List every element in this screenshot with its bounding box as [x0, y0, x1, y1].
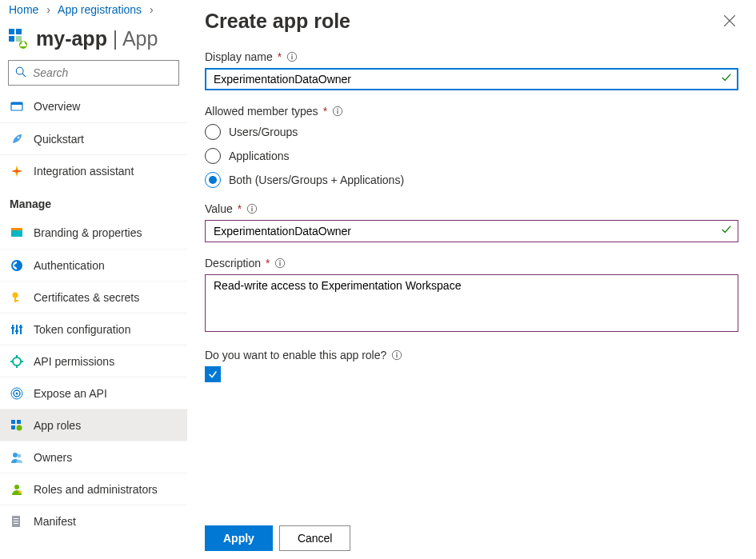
overview-icon	[10, 99, 24, 114]
cancel-button[interactable]: Cancel	[279, 525, 351, 551]
required-indicator: *	[238, 202, 242, 215]
valid-check-icon	[721, 72, 732, 86]
info-icon[interactable]	[274, 258, 286, 269]
svg-point-36	[13, 453, 18, 457]
svg-rect-48	[292, 56, 293, 59]
display-name-input[interactable]	[205, 68, 738, 90]
search-input[interactable]	[31, 66, 176, 80]
integration-assistant-icon	[10, 164, 24, 178]
nav-item-integration-assistant[interactable]: Integration assistant	[0, 154, 187, 186]
app-registration-icon	[9, 29, 30, 50]
chevron-right-icon: ›	[145, 3, 158, 16]
nav-item-branding[interactable]: Branding & properties	[0, 217, 187, 249]
svg-point-53	[251, 206, 253, 208]
expose-api-icon	[10, 386, 24, 401]
token-config-icon	[10, 322, 24, 337]
radio-label: Both (Users/Groups + Applications)	[229, 174, 404, 186]
enable-label: Do you want to enable this app role?	[205, 349, 386, 361]
nav-label: Certificates & secrets	[34, 291, 187, 304]
nav-item-roles-admins[interactable]: Roles and administrators	[0, 473, 187, 505]
nav-item-expose-api[interactable]: Expose an API	[0, 377, 187, 409]
breadcrumb-home[interactable]: Home	[9, 3, 38, 16]
create-app-role-panel: Create app role Display name * Allowed m…	[187, 0, 756, 559]
owners-icon	[10, 450, 24, 465]
required-indicator: *	[278, 50, 282, 63]
svg-rect-20	[20, 325, 22, 334]
svg-rect-0	[9, 29, 14, 34]
svg-rect-54	[252, 208, 253, 211]
apply-button[interactable]: Apply	[205, 525, 273, 551]
nav-label: Manifest	[34, 515, 187, 528]
svg-point-24	[13, 357, 21, 365]
svg-point-50	[337, 109, 338, 110]
chevron-right-icon: ›	[42, 3, 55, 16]
svg-rect-17	[14, 300, 18, 301]
radio-label: Applications	[229, 150, 290, 162]
svg-rect-42	[14, 521, 18, 521]
page-title-row: my-app | App	[0, 19, 187, 60]
svg-marker-14	[14, 263, 17, 268]
search-box[interactable]	[8, 60, 179, 86]
nav-item-owners[interactable]: Owners	[0, 441, 187, 473]
nav-label: Quickstart	[34, 133, 187, 146]
svg-rect-51	[337, 110, 338, 114]
nav-item-overview[interactable]: Overview	[0, 90, 187, 122]
svg-point-35	[17, 425, 22, 430]
nav-label: Authentication	[34, 259, 187, 272]
radio-icon	[205, 124, 221, 140]
description-input[interactable]	[205, 274, 738, 332]
info-icon[interactable]	[246, 203, 258, 214]
api-permissions-icon	[10, 354, 24, 369]
svg-line-7	[22, 74, 26, 77]
svg-rect-43	[14, 523, 18, 524]
svg-point-47	[291, 54, 293, 56]
app-roles-icon	[10, 418, 24, 433]
svg-rect-23	[19, 326, 22, 328]
info-icon[interactable]	[286, 51, 298, 62]
display-name-label: Display name	[205, 50, 273, 63]
breadcrumb: Home › App registrations ›	[0, 3, 187, 19]
svg-rect-3	[16, 36, 22, 42]
svg-rect-12	[11, 228, 22, 230]
nav-label: Branding & properties	[34, 226, 187, 239]
nav-label: API permissions	[34, 355, 187, 368]
nav-label: Expose an API	[34, 387, 187, 400]
authentication-icon	[10, 258, 24, 273]
svg-rect-9	[11, 102, 22, 105]
radio-label: Users/Groups	[229, 126, 298, 138]
nav-item-api-permissions[interactable]: API permissions	[0, 345, 187, 377]
svg-rect-11	[11, 230, 22, 237]
page-title: my-app | App	[36, 27, 158, 50]
svg-point-38	[14, 485, 19, 489]
svg-rect-33	[17, 420, 21, 424]
svg-rect-22	[15, 330, 18, 332]
radio-both[interactable]: Both (Users/Groups + Applications)	[205, 172, 738, 188]
nav-label: Roles and administrators	[34, 483, 187, 496]
certificates-icon	[10, 290, 24, 305]
breadcrumb-app-registrations[interactable]: App registrations	[58, 3, 142, 16]
nav-section-manage: Manage	[0, 186, 187, 217]
manifest-icon	[10, 514, 24, 529]
info-icon[interactable]	[332, 106, 343, 117]
radio-users-groups[interactable]: Users/Groups	[205, 124, 738, 140]
svg-rect-18	[12, 325, 14, 334]
svg-rect-60	[397, 354, 398, 357]
nav-item-certificates[interactable]: Certificates & secrets	[0, 281, 187, 313]
value-input[interactable]	[205, 220, 738, 242]
nav-item-quickstart[interactable]: Quickstart	[0, 122, 187, 154]
svg-rect-21	[11, 327, 14, 329]
nav-item-authentication[interactable]: Authentication	[0, 249, 187, 281]
svg-rect-32	[11, 420, 15, 424]
svg-rect-41	[14, 518, 18, 519]
nav-item-app-roles[interactable]: App roles	[0, 409, 187, 441]
enable-checkbox[interactable]	[205, 366, 221, 382]
radio-applications[interactable]: Applications	[205, 148, 738, 164]
info-icon[interactable]	[391, 349, 402, 361]
nav-item-manifest[interactable]: Manifest	[0, 505, 187, 537]
svg-point-10	[18, 136, 20, 138]
nav-item-token-config[interactable]: Token configuration	[0, 313, 187, 345]
svg-point-6	[16, 67, 23, 74]
roles-admins-icon	[10, 482, 24, 497]
close-icon[interactable]	[722, 14, 738, 30]
svg-rect-57	[280, 262, 281, 266]
